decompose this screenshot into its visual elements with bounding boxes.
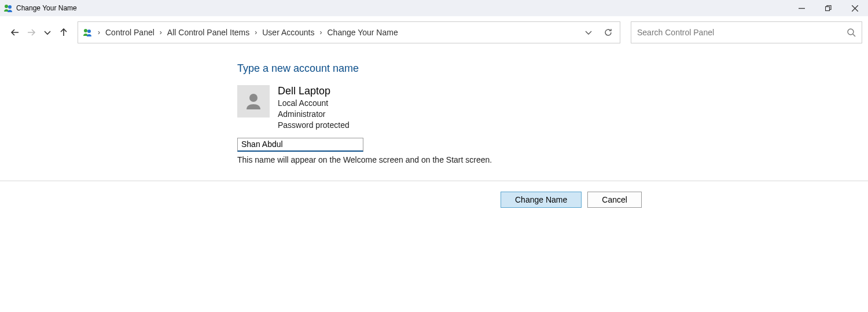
address-dropdown-button[interactable]	[584, 28, 593, 37]
back-button[interactable]	[10, 28, 20, 37]
refresh-icon	[604, 28, 613, 37]
content-area: Type a new account name Dell Laptop Loca…	[0, 44, 868, 164]
search-bar[interactable]	[631, 21, 862, 43]
svg-point-4	[87, 30, 91, 33]
svg-point-1	[8, 5, 12, 9]
address-bar-actions	[584, 28, 616, 37]
svg-point-3	[84, 29, 87, 32]
arrow-up-icon	[59, 28, 68, 37]
account-line: Administrator	[278, 109, 350, 120]
navigation-bar: › Control Panel › All Control Panel Item…	[0, 21, 868, 44]
arrow-right-icon	[27, 28, 36, 37]
avatar	[237, 85, 270, 118]
svg-point-5	[848, 29, 854, 35]
svg-rect-2	[825, 6, 829, 10]
cancel-button[interactable]: Cancel	[587, 192, 642, 208]
svg-point-0	[5, 5, 8, 8]
breadcrumb-item[interactable]: Control Panel	[104, 28, 156, 37]
search-input[interactable]	[637, 28, 843, 37]
address-bar[interactable]: › Control Panel › All Control Panel Item…	[78, 21, 620, 43]
maximize-icon	[825, 5, 832, 12]
account-info: Dell Laptop Local Account Administrator …	[278, 85, 350, 131]
refresh-button[interactable]	[604, 28, 613, 37]
breadcrumb-separator: ›	[317, 28, 326, 36]
user-accounts-icon	[3, 3, 13, 13]
breadcrumb-item[interactable]: Change Your Name	[326, 28, 400, 37]
close-icon	[852, 5, 858, 12]
search-icon	[847, 28, 856, 37]
new-name-input[interactable]	[237, 138, 363, 152]
recent-locations-button[interactable]	[43, 28, 52, 37]
arrow-left-icon	[10, 28, 20, 37]
page-heading: Type a new account name	[237, 63, 868, 75]
titlebar: Change Your Name	[0, 0, 868, 16]
chevron-down-icon	[584, 28, 593, 37]
breadcrumb-item[interactable]: All Control Panel Items	[165, 28, 251, 37]
account-line: Password protected	[278, 120, 350, 131]
minimize-button[interactable]	[788, 0, 815, 16]
account-summary: Dell Laptop Local Account Administrator …	[237, 85, 868, 131]
breadcrumb-separator: ›	[156, 28, 165, 36]
account-name: Dell Laptop	[278, 85, 350, 97]
close-button[interactable]	[841, 0, 868, 16]
account-line: Local Account	[278, 98, 350, 109]
up-button[interactable]	[59, 28, 68, 37]
minimize-icon	[799, 5, 805, 12]
maximize-button[interactable]	[815, 0, 841, 16]
svg-point-6	[249, 94, 258, 102]
breadcrumb-separator: ›	[94, 28, 104, 36]
change-name-button[interactable]: Change Name	[501, 192, 582, 208]
nav-arrows	[6, 28, 73, 37]
breadcrumb-item[interactable]: User Accounts	[260, 28, 316, 37]
person-icon	[243, 91, 264, 112]
breadcrumb-separator: ›	[251, 28, 260, 36]
chevron-down-icon	[43, 28, 52, 37]
window-title: Change Your Name	[16, 4, 77, 12]
button-row: Change Name Cancel	[0, 181, 868, 208]
user-accounts-icon	[83, 28, 92, 37]
helper-text: This name will appear on the Welcome scr…	[237, 155, 868, 164]
window-controls	[788, 0, 868, 16]
forward-button[interactable]	[27, 28, 36, 37]
